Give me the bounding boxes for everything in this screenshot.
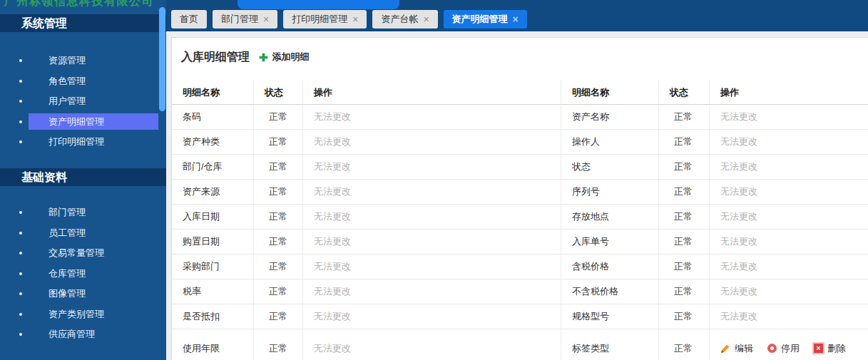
delete-icon: × <box>814 344 823 353</box>
cell-status: 正常 <box>658 304 709 329</box>
tab-dept-mgmt[interactable]: 部门管理 × <box>213 10 277 29</box>
tab-home[interactable]: 首页 <box>171 10 207 29</box>
sidebar-item-trade-constant-mgmt[interactable]: 交易常量管理 <box>0 243 166 264</box>
cell-detail-name: 使用年限 <box>172 329 253 360</box>
sidebar-item-label: 图像管理 <box>48 287 86 300</box>
bullet-icon <box>19 120 22 123</box>
cell-status: 正常 <box>658 130 709 155</box>
cell-operation: 无法更改 <box>709 130 868 155</box>
sidebar-section-basic-data: 基础资料 <box>0 168 166 186</box>
sidebar: 广州标领信息科技有限公司 系统管理 资源管理 角色管理 用户管理 资产明细管理 … <box>0 0 166 360</box>
top-toolbar-button[interactable] <box>238 0 399 9</box>
sidebar-item-dept-mgmt[interactable]: 部门管理 <box>0 202 166 223</box>
sidebar-item-resource-mgmt[interactable]: 资源管理 <box>0 51 166 71</box>
bullet-icon <box>19 333 22 336</box>
add-detail-button[interactable]: ✚ 添加明细 <box>259 51 310 63</box>
cell-detail-name: 入库单号 <box>561 230 658 254</box>
close-icon[interactable]: × <box>352 14 358 24</box>
close-icon[interactable]: × <box>263 14 269 24</box>
bullet-icon <box>19 211 22 214</box>
cell-detail-name: 存放地点 <box>561 205 658 230</box>
tab-label: 首页 <box>180 13 198 26</box>
col-header-operation: 操作 <box>709 81 868 105</box>
sidebar-item-asset-detail-mgmt[interactable]: 资产明细管理 <box>0 112 166 133</box>
table-row: 是否抵扣 正常 无法更改 规格型号 正常 无法更改 <box>172 304 868 329</box>
disable-button[interactable]: 停用 <box>767 342 800 355</box>
cell-status: 正常 <box>658 230 709 254</box>
sidebar-item-image-mgmt[interactable]: 图像管理 <box>0 284 166 304</box>
bullet-icon <box>19 313 22 316</box>
tab-asset-detail-mgmt[interactable]: 资产明细管理 × <box>444 10 527 29</box>
cell-operation: 无法更改 <box>302 254 561 279</box>
edit-button[interactable]: 编辑 <box>720 342 753 355</box>
main-content: 入库明细管理 ✚ 添加明细 明细名称 状态 操作 明细名称 状态 操作 条码 正… <box>166 31 868 360</box>
content-panel: 入库明细管理 ✚ 添加明细 明细名称 状态 操作 明细名称 状态 操作 条码 正… <box>171 37 868 360</box>
sidebar-item-warehouse-mgmt[interactable]: 仓库管理 <box>0 264 166 284</box>
cell-operation: 无法更改 <box>709 105 868 130</box>
cell-detail-name: 是否抵扣 <box>172 304 253 329</box>
table-header-row: 明细名称 状态 操作 明细名称 状态 操作 <box>172 81 868 105</box>
cell-status: 正常 <box>658 279 709 304</box>
table-row: 条码 正常 无法更改 资产名称 正常 无法更改 <box>172 105 868 130</box>
bullet-icon <box>19 292 22 295</box>
edit-label: 编辑 <box>735 342 753 355</box>
tab-asset-ledger[interactable]: 资产台帐 × <box>372 10 437 29</box>
delete-button[interactable]: × 删除 <box>814 342 846 355</box>
cell-detail-name: 操作人 <box>561 130 658 155</box>
cell-status: 正常 <box>658 180 709 205</box>
cell-operation: 无法更改 <box>302 105 561 130</box>
cell-operation: 无法更改 <box>302 155 561 180</box>
top-tab-bar: 首页 部门管理 × 打印明细管理 × 资产台帐 × 资产明细管理 × <box>166 0 868 31</box>
cell-detail-name: 资产种类 <box>172 130 253 155</box>
cell-detail-name: 序列号 <box>561 180 658 205</box>
cell-status: 正常 <box>253 279 302 304</box>
detail-table: 明细名称 状态 操作 明细名称 状态 操作 条码 正常 无法更改 资产名称 正常… <box>172 81 868 360</box>
cell-status: 正常 <box>253 254 302 279</box>
delete-label: 删除 <box>827 342 846 355</box>
cell-status: 正常 <box>253 155 302 180</box>
sidebar-item-print-detail-mgmt[interactable]: 打印明细管理 <box>0 132 166 153</box>
sidebar-item-asset-category-mgmt[interactable]: 资产类别管理 <box>0 304 166 325</box>
cell-operation: 无法更改 <box>709 304 868 329</box>
sidebar-item-label: 资产明细管理 <box>48 115 104 128</box>
sidebar-scrollbar-thumb[interactable] <box>159 7 165 111</box>
sidebar-menu-basic: 部门管理 员工管理 交易常量管理 仓库管理 图像管理 资产类别管理 供应商管理 <box>0 202 166 345</box>
sidebar-item-employee-mgmt[interactable]: 员工管理 <box>0 223 166 244</box>
cell-detail-name: 含税价格 <box>561 254 658 279</box>
sidebar-item-label: 员工管理 <box>48 227 86 240</box>
cell-status: 正常 <box>253 105 302 130</box>
cell-detail-name: 入库日期 <box>172 205 253 230</box>
cell-operation: 无法更改 <box>302 130 561 155</box>
sidebar-item-label: 仓库管理 <box>48 267 86 280</box>
sidebar-item-label: 用户管理 <box>48 95 86 108</box>
sidebar-item-label: 角色管理 <box>48 75 86 88</box>
bullet-icon <box>19 80 22 83</box>
table-row: 资产来源 正常 无法更改 序列号 正常 无法更改 <box>172 180 868 205</box>
cell-detail-name: 规格型号 <box>561 304 658 329</box>
add-detail-label: 添加明细 <box>272 51 310 63</box>
cell-status: 正常 <box>658 329 709 360</box>
cell-detail-name: 购置日期 <box>172 230 253 254</box>
plus-icon: ✚ <box>259 52 268 63</box>
close-icon[interactable]: × <box>513 14 519 24</box>
sidebar-item-supplier-mgmt[interactable]: 供应商管理 <box>0 324 166 345</box>
cell-status: 正常 <box>253 130 302 155</box>
sidebar-item-user-mgmt[interactable]: 用户管理 <box>0 91 166 112</box>
tab-label: 部门管理 <box>221 13 258 26</box>
cell-status: 正常 <box>253 205 302 230</box>
bullet-icon <box>19 272 22 275</box>
cell-detail-name: 资产来源 <box>172 180 253 205</box>
table-row: 购置日期 正常 无法更改 入库单号 正常 无法更改 <box>172 230 868 254</box>
sidebar-item-role-mgmt[interactable]: 角色管理 <box>0 71 166 92</box>
sidebar-section-system-mgmt: 系统管理 <box>0 14 166 32</box>
table-row: 部门/仓库 正常 无法更改 状态 正常 无法更改 <box>172 155 868 180</box>
sidebar-item-label: 供应商管理 <box>48 328 95 341</box>
sidebar-item-label: 打印明细管理 <box>48 135 104 148</box>
tab-print-detail-mgmt[interactable]: 打印明细管理 × <box>283 10 367 29</box>
cell-status: 正常 <box>658 105 709 130</box>
sidebar-menu-system: 资源管理 角色管理 用户管理 资产明细管理 打印明细管理 <box>0 51 166 153</box>
cell-operation: 无法更改 <box>709 254 868 279</box>
cell-detail-name: 采购部门 <box>172 254 253 279</box>
col-header-operation: 操作 <box>302 81 561 105</box>
close-icon[interactable]: × <box>423 14 429 24</box>
